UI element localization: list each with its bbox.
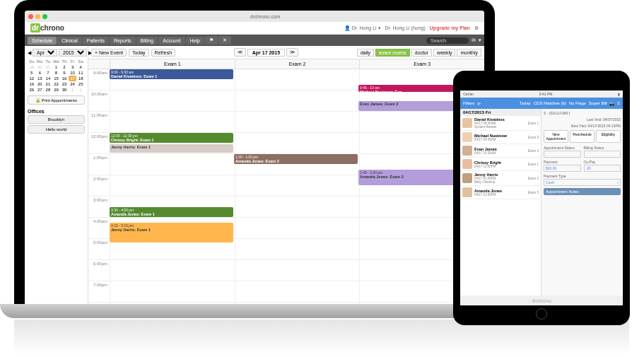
prev-month-icon[interactable]: ◀	[28, 50, 31, 56]
appt-kivatinos[interactable]: 9:00 - 9:30 amDaniel Kivatinos: Exam 1	[110, 69, 233, 79]
cal-day-selected[interactable]: 17	[69, 76, 77, 81]
cal-day[interactable]: 27	[36, 87, 45, 93]
menu-icon[interactable]: ≡	[617, 101, 620, 105]
patient-row[interactable]: Amanda Jones04/17 01:00PMExam 3	[460, 186, 541, 199]
view-exam-rooms[interactable]: exam rooms	[375, 49, 410, 57]
appt-jenny-harris-2[interactable]: 4:15 - 5:15 pmJenny Harris: Exam 1	[110, 223, 233, 242]
flags-button[interactable]: No Flags	[569, 101, 586, 105]
view-doctor[interactable]: doctor	[411, 49, 432, 57]
today-button[interactable]: Today	[129, 49, 149, 57]
cal-day[interactable]: 26	[28, 87, 36, 93]
view-weekly[interactable]: weekly	[433, 49, 455, 57]
cal-day[interactable]: 31	[44, 64, 52, 70]
patient-row[interactable]: Chrissy Bright04/17 12:00PMExam 1	[460, 158, 541, 171]
camera-icon[interactable]: 📷	[609, 101, 614, 106]
new-event-button[interactable]: + New Event	[91, 49, 127, 57]
cal-day[interactable]: 11	[76, 70, 85, 76]
dropdown-icon[interactable]: ▾	[479, 37, 481, 43]
cal-day[interactable]: 1	[52, 64, 61, 70]
cal-day[interactable]: 6	[36, 70, 45, 76]
home-button[interactable]	[536, 308, 547, 320]
nav-help[interactable]: Help	[186, 37, 204, 45]
cal-day[interactable]: 4	[76, 64, 85, 70]
office-hello-world[interactable]: Hello world	[28, 125, 85, 134]
appt-jenny-harris-1[interactable]: Jenny Harris: Exam 1	[110, 144, 233, 153]
cal-day[interactable]: 5	[28, 70, 36, 76]
appt-amanda-jones-2[interactable]: 1:00 - 1:30 pmAmanda Jones: Exam 2	[234, 154, 358, 164]
cal-day[interactable]: 21	[44, 81, 52, 87]
cal-day[interactable]: 1	[69, 87, 77, 93]
refresh-icon[interactable]: ⟳	[477, 101, 481, 106]
patient-row[interactable]: Daniel Kivatinos04/17 09:00AMSystem Revi…	[460, 116, 541, 131]
mail-icon[interactable]: ✉	[472, 37, 476, 43]
super-bill-button[interactable]: Super Bill	[589, 101, 607, 105]
cal-day[interactable]: 29	[28, 64, 36, 70]
url-bar[interactable]: drchrono.com	[49, 14, 481, 19]
nav-x-icon[interactable]: ✕	[218, 36, 231, 45]
cal-day[interactable]: 30	[60, 87, 69, 93]
cal-day[interactable]: 8	[52, 70, 61, 76]
payment-type-select[interactable]: Cash›	[544, 179, 621, 186]
payment-input[interactable]: $20.00	[544, 165, 581, 172]
cal-day[interactable]: 7	[44, 70, 52, 76]
view-daily[interactable]: daily	[357, 49, 374, 57]
upgrade-link[interactable]: Upgrade my Plan	[430, 25, 470, 30]
copay-input[interactable]: .20	[584, 165, 621, 172]
month-select[interactable]: Apr	[33, 49, 57, 57]
today-button[interactable]: Today	[520, 101, 531, 105]
minimize-icon[interactable]	[35, 14, 40, 19]
nav-reports[interactable]: Reports	[110, 37, 136, 45]
appt-status-select[interactable]	[544, 151, 581, 158]
cal-day[interactable]: 20	[36, 81, 45, 87]
nav-patients[interactable]: Patients	[83, 37, 109, 45]
billing-status-select[interactable]	[584, 151, 621, 158]
nav-flag-icon[interactable]: ⚑	[205, 36, 218, 45]
refresh-button[interactable]: Refresh	[151, 49, 176, 57]
nav-billing[interactable]: Billing	[136, 37, 158, 45]
patient-row[interactable]: Michael Nusimow04/17 09:45AMExam 3	[460, 131, 541, 144]
appt-amanda-jones-1[interactable]: 3:30 - 4:00 pmAmanda Jones: Exam 1	[110, 207, 233, 217]
close-icon[interactable]	[28, 14, 33, 19]
cal-day[interactable]: 28	[44, 87, 52, 93]
cal-day[interactable]: 2	[76, 87, 85, 93]
patient-row[interactable]: Evan James04/17 10:30AMExam 3	[460, 144, 541, 158]
user-dropdown-1[interactable]: 👤 Dr. Hong Li ▾	[344, 25, 381, 31]
search-input[interactable]: Search	[426, 37, 469, 44]
reschedule-button[interactable]: Reschedule	[570, 130, 595, 143]
cal-day[interactable]: 16	[60, 76, 69, 81]
cal-day[interactable]: 29	[52, 87, 61, 93]
nav-account[interactable]: Account	[158, 37, 185, 45]
cal-day[interactable]: 3	[69, 64, 77, 70]
calendar-body[interactable]: 9:00am 10:00am 11:00am 12:00pm 1:00pm 2:…	[88, 69, 484, 311]
cds-matches-button[interactable]: CDS Matches (6)	[534, 101, 566, 105]
year-select[interactable]: 2015	[59, 49, 87, 57]
cal-day[interactable]: 9	[60, 70, 69, 76]
next-day-icon[interactable]: ≫	[286, 48, 298, 57]
cal-day[interactable]: 30	[36, 64, 45, 70]
user-dropdown-2[interactable]: Dr. Hong Li (hong)	[385, 25, 426, 30]
cal-day[interactable]: 18	[76, 76, 85, 81]
cal-day[interactable]: 10	[69, 70, 77, 76]
patient-list[interactable]: 04/17/2015 Fri Daniel Kivatinos04/17 09:…	[460, 109, 541, 295]
cal-day[interactable]: 23	[60, 81, 69, 87]
cal-day[interactable]: 2	[60, 64, 69, 70]
nav-clinical[interactable]: Clinical	[57, 37, 82, 45]
cal-day[interactable]: 13	[36, 76, 45, 81]
nav-schedule[interactable]: Schedule	[28, 37, 57, 45]
cal-day[interactable]: 24	[69, 81, 77, 87]
current-date[interactable]: Apr 17 2015	[247, 49, 285, 57]
prev-day-icon[interactable]: ≪	[234, 48, 246, 57]
patient-row[interactable]: Jenny Harris04/17 01:00PMBaby CheckupExa…	[460, 171, 541, 186]
cal-day[interactable]: 15	[52, 76, 61, 81]
office-brooklyn[interactable]: Brooklyn	[28, 115, 85, 124]
cal-day[interactable]: 19	[28, 81, 36, 87]
maximize-icon[interactable]	[42, 14, 47, 19]
view-monthly[interactable]: monthly	[457, 49, 481, 57]
appt-chrissy-bright[interactable]: 12:00 - 12:30 pmChrissy Bright: Exam 1	[110, 133, 233, 143]
settings-icon[interactable]: ⚙	[474, 25, 479, 31]
cal-day[interactable]: 12	[28, 76, 36, 81]
cal-day[interactable]: 22	[52, 81, 61, 87]
cal-day[interactable]: 14	[44, 76, 52, 81]
filters-button[interactable]: Filters	[463, 101, 474, 105]
cal-day[interactable]: 25	[76, 81, 85, 87]
